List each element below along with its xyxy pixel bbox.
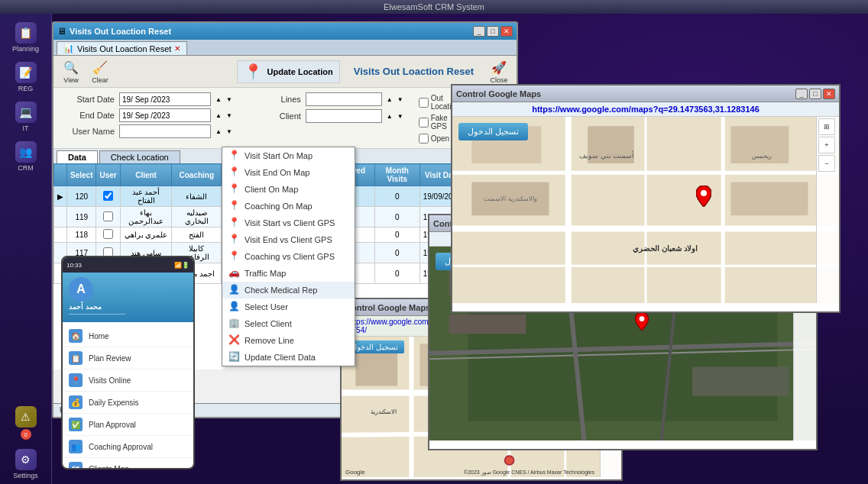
client-up[interactable]: ▲ <box>387 113 393 120</box>
end-date-label: End Date <box>61 111 115 120</box>
menu-icon-8: 🚗 <box>228 267 241 279</box>
user-name-label: User Name <box>61 127 115 136</box>
end-date-down[interactable]: ▼ <box>226 112 232 119</box>
start-date-down[interactable]: ▼ <box>226 96 232 103</box>
mobile-menu-visits-online[interactable]: 📍 Visits Online <box>63 369 193 392</box>
sidebar-item-crm[interactable]: 👥 CRM <box>3 137 49 176</box>
maps1-grid: ⊞ + − <box>816 117 839 303</box>
mobile-menu-clients-map[interactable]: 🗺 Clients Map <box>63 458 193 469</box>
maps1-maximize[interactable]: □ <box>809 89 821 99</box>
window-controls: _ □ ✕ <box>473 26 513 37</box>
menu-coaching-vs-client[interactable]: 📍 Coaching vs Client GPS <box>222 248 355 265</box>
left-sidebar: 📋 Planning 📝 REG 💻 IT 👥 CRM ⚠ 0 ⚙ Settin… <box>0 14 52 484</box>
client-input[interactable] <box>306 109 382 123</box>
row-select-check[interactable] <box>96 186 120 207</box>
clear-button[interactable]: 🧹 Clear <box>89 59 112 84</box>
plan-review-icon: 📋 <box>69 351 83 365</box>
main-tab[interactable]: 📊 Visits Out Loaction Reset ✕ <box>57 41 187 55</box>
minimize-button[interactable]: _ <box>473 26 485 37</box>
update-location-icon: 📍 <box>244 63 263 81</box>
lines-input[interactable] <box>306 92 382 106</box>
sidebar-item-settings[interactable]: ⚙ Settings <box>3 444 49 484</box>
tab-check-location[interactable]: Check Location <box>99 150 180 163</box>
client-down[interactable]: ▼ <box>397 113 403 120</box>
row-id: 119 <box>67 207 96 227</box>
row-user: بهاء عبدالرحمن <box>120 207 172 227</box>
view-button[interactable]: 🔍 View <box>60 59 83 84</box>
user-name-down[interactable]: ▼ <box>226 128 232 135</box>
close-label: Close <box>490 76 507 84</box>
maps1-grid-btn2[interactable]: + <box>818 137 835 153</box>
user-name-input[interactable] <box>119 124 211 138</box>
svg-text:والاسكندرية الاسمنت: والاسكندرية الاسمنت <box>484 195 536 202</box>
menu-select-user[interactable]: 👤 Select User <box>222 298 355 315</box>
menu-traffic-map[interactable]: 🚗 Traffic Map <box>222 265 355 282</box>
sidebar-item-reg[interactable]: 📝 REG <box>3 57 49 97</box>
mobile-menu-daily-expensis[interactable]: 💰 Daily Expensis <box>63 392 193 414</box>
mobile-menu-coaching-approval[interactable]: 👥 Coaching Approval <box>63 436 193 458</box>
sidebar-item-planning[interactable]: 📋 Planning <box>3 18 49 57</box>
mobile-menu-visits-online-label: Visits Online <box>89 376 131 385</box>
menu-coaching-on-map[interactable]: 📍 Coaching On Map <box>222 198 355 215</box>
main-tab-close[interactable]: ✕ <box>174 44 180 53</box>
lines-label: Lines <box>248 95 301 104</box>
row-id: 118 <box>67 227 96 243</box>
menu-client-on-map[interactable]: 📍 Client On Map <box>222 181 355 198</box>
maps1-minimize[interactable]: _ <box>795 89 808 99</box>
user-name-up[interactable]: ▲ <box>215 128 222 135</box>
start-date-up[interactable]: ▲ <box>215 96 222 103</box>
menu-visit-end-vs-client[interactable]: 📍 Visit End vs Client GPS <box>222 231 355 248</box>
menu-visit-start-vs-client[interactable]: 📍 Visit Start vs Client GPS <box>222 215 355 231</box>
mobile-icons: 📶🔋 <box>174 262 189 269</box>
open-visits-check[interactable] <box>419 134 429 144</box>
mobile-menu-coaching-label: Coaching Approval <box>89 443 153 451</box>
menu-check-medical-rep[interactable]: 👤 Check Medical Rep <box>222 282 355 298</box>
menu-icon-12: ❌ <box>228 334 241 347</box>
fake-gps-checkbox[interactable]: Fake GPS <box>419 114 453 131</box>
sidebar-label-settings: Settings <box>13 472 38 479</box>
close-button[interactable]: 🚀 Close <box>487 59 510 84</box>
maps1-login-btn[interactable]: تسجيل الدخول <box>458 123 528 140</box>
menu-icon-6: 📍 <box>228 234 241 246</box>
maps1-grid-btn1[interactable]: ⊞ <box>818 118 835 135</box>
update-location-btn[interactable]: 📍 Update Location <box>237 60 340 83</box>
row-select-check[interactable] <box>96 207 120 227</box>
menu-remove-line[interactable]: ❌ Remove Line <box>222 332 355 349</box>
taskbar: ElwesamSoft CRM System <box>0 0 868 14</box>
fake-gps-check[interactable] <box>419 118 429 127</box>
row-client: الشفاء <box>172 186 222 207</box>
menu-visit-start-on-map[interactable]: 📍 Visit Start On Map <box>222 147 355 164</box>
menu-update-client[interactable]: 🔄 Update Client Data <box>222 349 355 366</box>
menu-select-client[interactable]: 🏢 Select Client <box>222 315 355 332</box>
mobile-status-bar: 10:33 📶🔋 <box>63 257 193 273</box>
row-select-check[interactable] <box>96 227 120 243</box>
tab-data[interactable]: Data <box>57 150 98 163</box>
main-tab-icon: 📊 <box>63 44 74 53</box>
maximize-button[interactable]: □ <box>487 26 499 37</box>
main-window-titlebar: 🖥 Visits Out Loaction Reset _ □ ✕ <box>53 23 517 40</box>
lines-down[interactable]: ▼ <box>397 96 403 103</box>
close-main-button[interactable]: ✕ <box>500 26 513 37</box>
svg-rect-28 <box>692 366 789 395</box>
maps1-grid-btn3[interactable]: − <box>818 155 835 172</box>
tab-data-label: Data <box>68 153 86 162</box>
menu-icon-7: 📍 <box>228 250 241 263</box>
svg-point-16 <box>701 190 707 196</box>
maps-url-1: https://www.google.com/maps?q=29.1473563… <box>452 102 839 117</box>
sidebar-item-alerts[interactable]: ⚠ 0 <box>3 402 49 444</box>
start-date-input[interactable] <box>119 92 211 106</box>
lines-up[interactable]: ▲ <box>387 96 393 103</box>
end-date-input[interactable] <box>119 108 211 122</box>
alerts-icon: ⚠ <box>15 406 37 428</box>
sidebar-item-it[interactable]: 💻 IT <box>3 97 49 137</box>
mobile-menu-home[interactable]: 🏠 Home <box>63 325 193 347</box>
maps-svg-1: أسمنت بني سويف والاسكندرية الاسمنت ريحمس… <box>452 117 839 303</box>
svg-rect-27 <box>449 315 526 334</box>
end-date-up[interactable]: ▲ <box>215 112 222 119</box>
mobile-menu-plan-approval[interactable]: ✅ Plan Approval <box>63 414 193 436</box>
menu-visit-end-on-map[interactable]: 📍 Visit End On Map <box>222 164 355 181</box>
out-location-check[interactable] <box>419 98 429 108</box>
menu-icon-10: 👤 <box>228 301 241 313</box>
mobile-menu-plan-review[interactable]: 📋 Plan Review <box>63 347 193 369</box>
maps1-close[interactable]: ✕ <box>823 89 835 99</box>
